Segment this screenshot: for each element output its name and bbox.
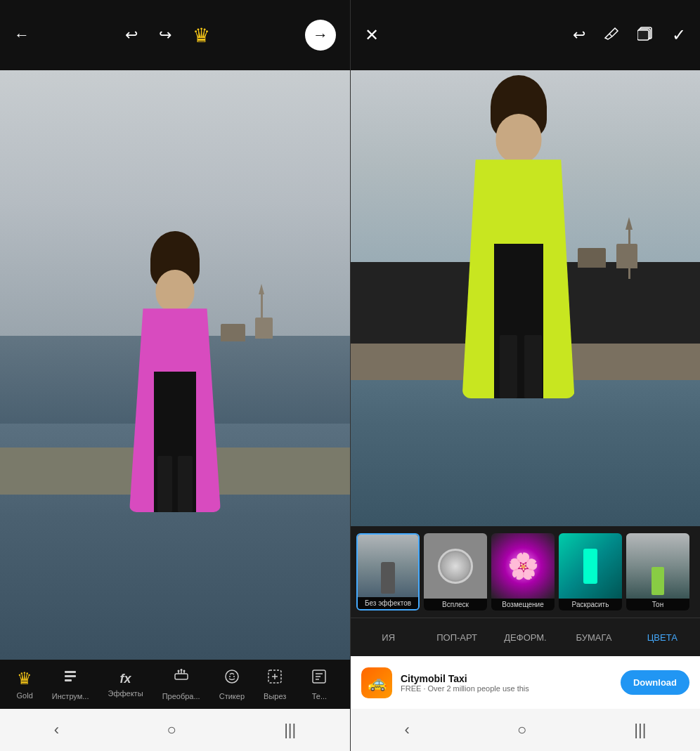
svg-point-5 xyxy=(183,670,185,672)
building-left xyxy=(255,318,273,339)
cutout-icon xyxy=(266,668,283,689)
cat-deform[interactable]: ДЕФОРМ. xyxy=(491,627,559,648)
left-nav-back[interactable]: ‹ xyxy=(54,721,59,739)
leg-right-2 xyxy=(524,335,542,398)
tool-partial[interactable]: Те... xyxy=(305,668,333,700)
redo-button[interactable]: ↪ xyxy=(159,26,171,44)
left-toolbar: ← ↩ ↪ ♛ → xyxy=(0,0,350,70)
cat-effects[interactable]: ИЯ xyxy=(354,627,422,648)
left-nav-bar: ‹ ○ ||| xyxy=(0,709,350,751)
effect-tone-label: Тон xyxy=(626,599,689,610)
tool-transform[interactable]: Преобра... xyxy=(162,668,200,700)
close-button[interactable]: ✕ xyxy=(365,25,379,45)
effect-compensation-img: 🌸 xyxy=(491,533,555,599)
ad-text: Citymobil Taxi FREE · Over 2 million peo… xyxy=(401,673,612,693)
effect-tone[interactable]: Тон xyxy=(626,533,689,610)
tool-sticker[interactable]: Стикер xyxy=(219,668,245,700)
cat-colors[interactable]: ЦВЕТА xyxy=(628,627,696,648)
effects-icon: fx xyxy=(120,672,131,686)
gold-label: Gold xyxy=(17,691,33,700)
leg-left-2 xyxy=(178,456,193,512)
tool-instruments[interactable]: Инструм... xyxy=(52,669,89,700)
head-right xyxy=(495,114,541,163)
effect-no-effects[interactable]: Без эффектов xyxy=(356,533,420,610)
thumb4-person xyxy=(583,549,597,584)
right-panel: ✕ ↩ ✓ xyxy=(350,0,700,751)
left-center-actions: ↩ ↪ ♛ xyxy=(125,24,210,47)
tool-items: ♛ Gold Инструм... fx Эффекты xyxy=(0,660,350,709)
thumb5-bg xyxy=(626,533,689,599)
svg-rect-1 xyxy=(65,675,76,677)
right-nav-menu[interactable]: ||| xyxy=(634,721,646,739)
sticker-label: Стикер xyxy=(219,692,245,700)
right-undo-button[interactable]: ↩ xyxy=(573,26,585,44)
effect-splash[interactable]: Всплеск xyxy=(424,533,487,610)
cat-popart[interactable]: ПОП-АРТ xyxy=(422,627,491,648)
person-left xyxy=(119,287,231,512)
effect-splash-label: Всплеск xyxy=(424,599,487,610)
instruments-label: Инструм... xyxy=(52,692,89,700)
right-toolbar: ✕ ↩ ✓ xyxy=(351,0,700,70)
left-nav-menu[interactable]: ||| xyxy=(284,721,296,739)
tool-effects[interactable]: fx Эффекты xyxy=(108,672,143,698)
effect-tone-img xyxy=(626,533,689,599)
svg-rect-14 xyxy=(637,30,649,40)
tool-gold[interactable]: ♛ Gold xyxy=(17,669,33,700)
building-right xyxy=(616,244,637,268)
effect-splash-img xyxy=(424,533,487,599)
ad-title: Citymobil Taxi xyxy=(401,673,612,684)
thumb1-person xyxy=(381,562,395,594)
partial-icon xyxy=(311,668,328,689)
right-bottom: Без эффектов Всплеск 🌸 Возмещение xyxy=(351,526,700,751)
effect-colorize[interactable]: Раскрасить xyxy=(559,533,622,610)
effects-strip: Без эффектов Всплеск 🌸 Возмещение xyxy=(351,526,700,618)
left-bottom-toolbar: ♛ Gold Инструм... fx Эффекты xyxy=(0,660,350,751)
right-nav-home[interactable]: ○ xyxy=(517,721,526,739)
eraser-button[interactable] xyxy=(603,25,620,46)
layers-button[interactable] xyxy=(637,25,654,46)
svg-point-4 xyxy=(177,670,179,672)
left-nav-home[interactable]: ○ xyxy=(167,721,176,739)
legs-right xyxy=(500,335,542,398)
tool-cutout[interactable]: Вырез xyxy=(264,668,286,700)
right-nav-back[interactable]: ‹ xyxy=(405,721,410,739)
effect-compensation-label: Возмещение xyxy=(491,599,555,610)
thumb4-bg xyxy=(559,533,622,599)
download-button[interactable]: Download xyxy=(621,670,689,695)
partial-label: Те... xyxy=(312,692,327,700)
svg-rect-2 xyxy=(65,679,72,681)
forward-button[interactable]: → xyxy=(305,20,336,51)
crown-icon: ♛ xyxy=(193,24,210,47)
cat-paper[interactable]: БУМАГА xyxy=(559,627,628,648)
ad-subtitle: FREE · Over 2 million people use this xyxy=(401,684,612,693)
cutout-label: Вырез xyxy=(264,692,286,700)
back-button[interactable]: ← xyxy=(14,26,30,44)
ad-banner: 🚕 Citymobil Taxi FREE · Over 2 million p… xyxy=(351,656,700,709)
thumb5-person xyxy=(652,567,664,595)
undo-button[interactable]: ↩ xyxy=(125,26,138,44)
right-photo xyxy=(351,70,700,526)
head-left xyxy=(156,270,195,312)
effect-compensation[interactable]: 🌸 Возмещение xyxy=(491,533,555,610)
gold-icon: ♛ xyxy=(17,669,32,688)
check-button[interactable]: ✓ xyxy=(672,25,686,45)
effects-label: Эффекты xyxy=(108,689,143,698)
flower-icon: 🌸 xyxy=(507,551,539,581)
svg-point-6 xyxy=(180,669,182,671)
effect-no-effects-label: Без эффектов xyxy=(358,597,418,609)
leg-left-1 xyxy=(157,456,172,512)
thumb3-bg: 🌸 xyxy=(491,533,555,599)
effect-no-effects-img xyxy=(358,535,418,597)
categories-bar: ИЯ ПОП-АРТ ДЕФОРМ. БУМАГА ЦВЕТА xyxy=(351,618,700,656)
effect-colorize-label: Раскрасить xyxy=(559,599,622,610)
thumb1-bg xyxy=(358,535,418,597)
sticker-icon xyxy=(223,668,240,689)
svg-point-9 xyxy=(233,676,235,677)
left-image-area xyxy=(0,70,350,660)
taxi-icon: 🚕 xyxy=(368,674,387,692)
ad-icon: 🚕 xyxy=(361,667,392,698)
right-image-area xyxy=(351,70,700,526)
svg-point-8 xyxy=(229,676,231,677)
right-actions: ↩ ✓ xyxy=(573,25,686,46)
left-photo xyxy=(0,70,350,660)
